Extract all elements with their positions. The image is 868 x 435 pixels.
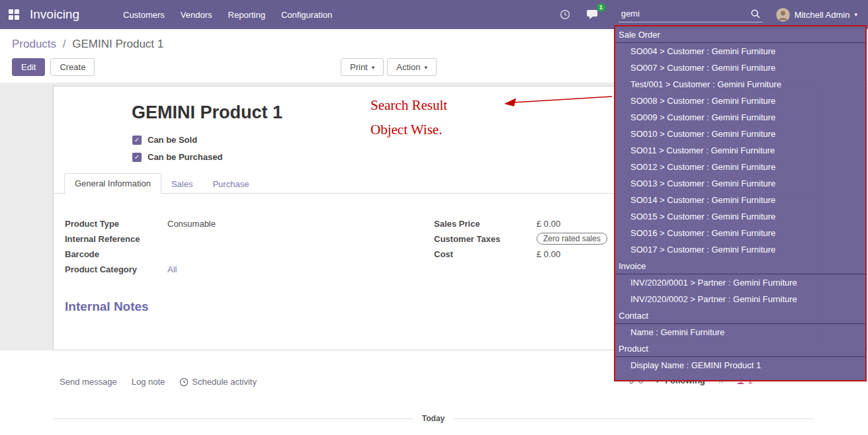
search-result-item[interactable]: SO015 > Customer : Gemini Furniture <box>615 208 865 225</box>
customer-taxes-tag: Zero rated sales <box>537 233 607 245</box>
check-icon: ✓ <box>134 136 140 143</box>
menu-customers[interactable]: Customers <box>115 1 173 28</box>
search-result-item[interactable]: SO013 > Customer : Gemini Furniture <box>615 175 865 192</box>
date-divider: Today <box>53 414 814 423</box>
search-icon[interactable] <box>750 9 761 21</box>
field-cost: Cost £ 0.00 <box>434 248 607 260</box>
send-message-button[interactable]: Send message <box>60 377 117 387</box>
internal-reference-label: Internal Reference <box>65 234 167 244</box>
internal-reference-value <box>167 234 207 243</box>
barcode-label: Barcode <box>65 249 167 259</box>
cost-value: £ 0.00 <box>537 249 576 259</box>
annotation-line-1: Search Result <box>370 97 447 114</box>
user-menu[interactable]: Mitchell Admin ▾ <box>768 8 868 22</box>
date-divider-label: Today <box>422 414 445 423</box>
search-group-product: Product <box>615 340 865 357</box>
product-title: GEMINI Product 1 <box>132 102 282 123</box>
search-result-item[interactable]: INV/2020/0001 > Partner : Gemini Furnitu… <box>615 274 865 291</box>
search-result-item[interactable]: SO014 > Customer : Gemini Furniture <box>615 192 865 208</box>
breadcrumb-current: GEMINI Product 1 <box>72 38 163 50</box>
action-button-label: Action <box>396 62 420 72</box>
search-result-item[interactable]: SO016 > Customer : Gemini Furniture <box>615 225 865 241</box>
customer-taxes-label: Customer Taxes <box>434 234 537 244</box>
internal-notes-heading: Internal Notes <box>65 299 149 314</box>
search-result-item[interactable]: SO012 > Customer : Gemini Furniture <box>615 159 865 175</box>
field-barcode: Barcode <box>65 248 216 260</box>
search-result-item[interactable]: Test/001 > Customer : Gemini Furniture <box>615 76 865 93</box>
search-result-item[interactable]: SO008 > Customer : Gemini Furniture <box>615 93 865 109</box>
search-input[interactable] <box>619 7 763 22</box>
search-result-item[interactable]: Name : Gemini Furniture <box>615 324 865 340</box>
action-button[interactable]: Action ▾ <box>387 58 437 76</box>
schedule-activity-button[interactable]: Schedule activity <box>179 377 257 387</box>
breadcrumb: Products / GEMINI Product 1 <box>12 38 163 51</box>
navbar-right: 1 Mitchell Admin ▾ <box>552 7 868 22</box>
search-result-item[interactable]: SO017 > Customer : Gemini Furniture <box>615 241 865 258</box>
can-be-sold-label: Can be Sold <box>148 135 197 145</box>
can-be-purchased-checkbox[interactable]: ✓ <box>132 153 142 162</box>
messages-icon[interactable]: 1 <box>578 9 607 20</box>
can-be-purchased-label: Can be Purchased <box>148 152 222 162</box>
messages-badge: 1 <box>597 3 605 12</box>
barcode-value <box>167 249 207 258</box>
print-button[interactable]: Print ▾ <box>341 58 384 76</box>
edit-button[interactable]: Edit <box>12 58 45 76</box>
search-result-item[interactable]: INV/2020/0002 > Partner : Gemini Furnitu… <box>615 291 865 307</box>
tab-purchase[interactable]: Purchase <box>202 175 259 194</box>
search-group-contact: Contact <box>615 307 865 324</box>
search-group-sale-order: Sale Order <box>615 26 865 43</box>
action-buttons: Print ▾ Action ▾ <box>341 58 437 76</box>
search-result-item[interactable]: SO009 > Customer : Gemini Furniture <box>615 109 865 126</box>
field-internal-reference: Internal Reference <box>65 233 216 245</box>
fields-left-column: Product Type Consumable Internal Referen… <box>65 218 216 278</box>
activities-clock-icon[interactable] <box>552 9 578 20</box>
menu-configuration[interactable]: Configuration <box>273 1 340 28</box>
can-be-purchased-row: ✓ Can be Purchased <box>132 152 222 162</box>
annotation-line-2: Object Wise. <box>370 122 447 138</box>
avatar <box>776 8 790 22</box>
main-menu: Customers Vendors Reporting Configuratio… <box>115 1 340 28</box>
fields-right-column: Sales Price £ 0.00 Customer Taxes Zero r… <box>434 218 607 263</box>
field-customer-taxes: Customer Taxes Zero rated sales <box>434 233 607 245</box>
search-result-item[interactable]: SO010 > Customer : Gemini Furniture <box>615 126 865 142</box>
can-be-sold-row: ✓ Can be Sold <box>132 135 197 145</box>
chatter-actions: Send message Log note Schedule activity <box>60 377 257 387</box>
product-type-label: Product Type <box>65 219 167 229</box>
breadcrumb-products-link[interactable]: Products <box>12 38 56 50</box>
sales-price-value: £ 0.00 <box>537 219 576 229</box>
log-note-button[interactable]: Log note <box>132 377 165 387</box>
breadcrumb-separator: / <box>63 38 66 50</box>
navbar-search <box>619 7 763 22</box>
product-category-value[interactable]: All <box>167 264 207 274</box>
can-be-sold-checkbox[interactable]: ✓ <box>132 136 142 145</box>
search-result-item[interactable]: SO007 > Customer : Gemini Furniture <box>615 59 865 76</box>
search-result-item[interactable]: SO004 > Customer : Gemini Furniture <box>615 43 865 59</box>
cost-label: Cost <box>434 249 537 259</box>
schedule-activity-label: Schedule activity <box>192 377 257 387</box>
menu-vendors[interactable]: Vendors <box>173 1 220 28</box>
apps-menu-icon[interactable] <box>9 9 19 20</box>
tab-general-information[interactable]: General Information <box>64 173 161 194</box>
menu-reporting[interactable]: Reporting <box>220 1 273 28</box>
tab-sales[interactable]: Sales <box>161 175 203 194</box>
annotation-arrow <box>501 92 615 110</box>
product-category-label: Product Category <box>65 264 167 274</box>
page: Invoicing Customers Vendors Reporting Co… <box>0 0 868 435</box>
search-results-dropdown: Sale Order SO004 > Customer : Gemini Fur… <box>614 25 867 381</box>
record-buttons: Edit Create <box>12 58 95 76</box>
search-result-item[interactable]: Display Name : GEMINI Product 1 <box>615 357 865 374</box>
product-type-value: Consumable <box>167 219 216 229</box>
sales-price-label: Sales Price <box>434 219 537 229</box>
check-icon: ✓ <box>134 153 140 161</box>
search-group-invoice: Invoice <box>615 258 865 274</box>
field-product-category: Product Category All <box>65 263 216 275</box>
clock-icon <box>179 377 189 387</box>
create-button[interactable]: Create <box>50 58 95 76</box>
search-result-item[interactable]: SO011 > Customer : Gemini Furniture <box>615 142 865 159</box>
caret-down-icon: ▾ <box>854 11 857 18</box>
caret-down-icon: ▾ <box>424 64 427 71</box>
annotation-text: Search Result Object Wise. <box>370 97 447 146</box>
field-product-type: Product Type Consumable <box>65 218 216 229</box>
app-name: Invoicing <box>30 7 79 22</box>
print-button-label: Print <box>350 62 368 72</box>
